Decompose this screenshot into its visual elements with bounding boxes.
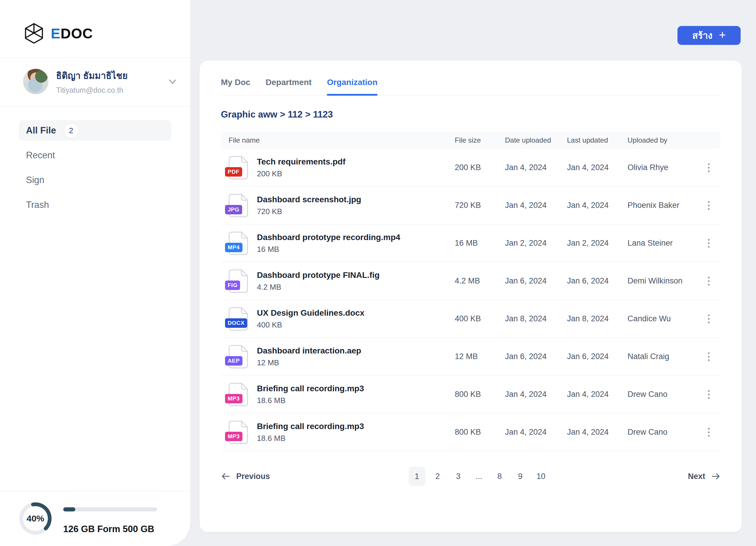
file-size-sub: 18.6 MB [257, 434, 364, 443]
file-name: Briefing call recording.mp3 [257, 384, 364, 393]
tab[interactable]: Department [266, 78, 312, 95]
file-cell: MP4 Dashboard prototype recording.mp4 16… [221, 232, 455, 255]
file-table: File name File size Date uploaded Last u… [221, 132, 721, 451]
file-meta: Dashboard interaction.aep 12 MB [257, 346, 361, 367]
storage-donut: 40% [18, 501, 53, 536]
page-number-label: 1 [415, 472, 419, 481]
tab-label: My Doc [221, 78, 250, 87]
file-meta: UX Design Guidelines.docx 400 KB [257, 308, 364, 330]
tab[interactable]: My Doc [221, 78, 250, 95]
cell-file-size: 200 KB [455, 163, 505, 172]
cell-date-uploaded: Jan 4, 2024 [505, 201, 567, 210]
cell-last-updated: Jan 4, 2024 [567, 201, 628, 210]
sidebar-nav-item[interactable]: Recent [19, 145, 171, 166]
page-number[interactable]: 1 [409, 467, 425, 486]
file-ext-badge: MP4 [225, 243, 242, 252]
file-size-sub: 400 KB [257, 320, 364, 330]
row-menu-kebab-icon[interactable] [705, 387, 713, 402]
row-menu-kebab-icon[interactable] [705, 236, 713, 251]
cell-date-uploaded: Jan 2, 2024 [505, 239, 567, 248]
file-name: Dashboard screenshot.jpg [257, 195, 361, 204]
file-row[interactable]: FIG Dashboard prototype FINAL.fig 4.2 MB… [221, 262, 721, 300]
file-meta: Dashboard prototype recording.mp4 16 MB [257, 233, 400, 254]
file-cell: PDF Tech requirements.pdf 200 KB [221, 156, 455, 180]
file-ext-badge: JPG [225, 205, 242, 214]
storage-usage-label: 126 GB Form 500 GB [63, 524, 172, 534]
cell-file-size: 4.2 MB [455, 276, 505, 286]
cell-last-updated: Jan 4, 2024 [567, 428, 628, 437]
file-row[interactable]: MP3 Briefing call recording.mp3 18.6 MB … [221, 376, 721, 413]
file-ext-badge: MP3 [225, 394, 242, 403]
file-meta: Briefing call recording.mp3 18.6 MB [257, 384, 364, 405]
sidebar-nav-label: Recent [26, 150, 55, 161]
file-row[interactable]: JPG Dashboard screenshot.jpg 720 KB 720 … [221, 187, 721, 224]
sidebar-nav-item[interactable]: Trash [19, 195, 171, 215]
cell-date-uploaded: Jan 6, 2024 [505, 352, 567, 361]
col-last-updated: Last updated [567, 136, 628, 144]
sidebar-nav-item[interactable]: Sign [19, 170, 171, 190]
file-cell: JPG Dashboard screenshot.jpg 720 KB [221, 194, 455, 217]
page-number-label: 8 [497, 472, 502, 481]
file-meta: Briefing call recording.mp3 18.6 MB [257, 422, 364, 443]
row-menu-kebab-icon[interactable] [705, 160, 713, 175]
user-profile[interactable]: ธิติญา ธัมมาธิไชย Titiyatum@doc.co.th [0, 58, 190, 94]
tab-label: Department [266, 78, 312, 87]
create-button[interactable]: สร้าง + [677, 26, 741, 45]
file-meta: Dashboard screenshot.jpg 720 KB [257, 195, 361, 216]
file-row[interactable]: DOCX UX Design Guidelines.docx 400 KB 40… [221, 300, 721, 338]
page-number[interactable]: 9 [512, 467, 529, 486]
file-cell: DOCX UX Design Guidelines.docx 400 KB [221, 307, 455, 331]
app-logo: EDOC [0, 0, 190, 44]
next-page-button[interactable]: Next [688, 471, 721, 481]
page-number[interactable]: 2 [429, 467, 446, 486]
col-file-size: File size [455, 136, 505, 144]
breadcrumb[interactable]: Graphic aww > 112 > 1123 [221, 109, 721, 120]
col-file-name: File name [221, 136, 455, 144]
chevron-down-icon[interactable] [167, 76, 178, 87]
file-size-sub: 4.2 MB [257, 283, 379, 292]
pagination: Previous 1 2 3 ... [221, 467, 721, 486]
col-date-uploaded: Date uploaded [505, 136, 567, 144]
content-card: My Doc Department Organization Graphic a… [200, 61, 742, 532]
cell-uploaded-by: Natali Craig [628, 352, 697, 361]
cell-date-uploaded: Jan 4, 2024 [505, 163, 567, 172]
file-size-sub: 12 MB [257, 358, 361, 367]
row-menu-kebab-icon[interactable] [705, 425, 713, 440]
cell-uploaded-by: Candice Wu [628, 314, 697, 323]
col-uploaded-by: Uploaded by [628, 136, 697, 144]
previous-page-button[interactable]: Previous [221, 471, 270, 481]
cell-uploaded-by: Lana Steiner [628, 239, 697, 248]
file-row[interactable]: PDF Tech requirements.pdf 200 KB 200 KB … [221, 149, 721, 187]
page-numbers: 1 2 3 ... 8 9 [270, 467, 688, 486]
cell-date-uploaded: Jan 6, 2024 [505, 276, 567, 286]
sidebar-nav-item[interactable]: All File 2 [19, 120, 171, 141]
file-ext-badge: AEP [225, 356, 242, 366]
row-menu-kebab-icon[interactable] [705, 349, 713, 364]
user-name: ธิติญา ธัมมาธิไชย [56, 68, 159, 83]
plus-icon: + [719, 29, 726, 41]
file-row[interactable]: AEP Dashboard interaction.aep 12 MB 12 M… [221, 338, 721, 376]
page-number[interactable]: 10 [533, 467, 549, 486]
cell-date-uploaded: Jan 8, 2024 [505, 314, 567, 323]
file-row[interactable]: MP3 Briefing call recording.mp3 18.6 MB … [221, 413, 721, 451]
page-number[interactable]: ... [471, 467, 487, 486]
user-email: Titiyatum@doc.co.th [56, 86, 159, 94]
cell-uploaded-by: Phoenix Baker [628, 201, 697, 210]
tab[interactable]: Organization [327, 78, 377, 95]
file-name: Briefing call recording.mp3 [257, 422, 364, 431]
page-number[interactable]: 8 [491, 467, 508, 486]
page-number[interactable]: 3 [450, 467, 467, 486]
file-size-sub: 18.6 MB [257, 396, 364, 405]
page-number-label: 3 [456, 472, 460, 481]
row-menu-kebab-icon[interactable] [705, 198, 713, 213]
file-row[interactable]: MP4 Dashboard prototype recording.mp4 16… [221, 224, 721, 262]
cell-last-updated: Jan 4, 2024 [567, 163, 628, 172]
file-name: UX Design Guidelines.docx [257, 308, 364, 318]
file-type-icon: PDF [229, 156, 248, 180]
cell-file-size: 12 MB [455, 352, 505, 361]
row-menu-kebab-icon[interactable] [705, 274, 713, 289]
file-type-icon: DOCX [229, 307, 248, 331]
row-menu-kebab-icon[interactable] [705, 312, 713, 326]
file-type-icon: MP3 [229, 383, 248, 406]
page-number-label: 9 [518, 472, 522, 481]
